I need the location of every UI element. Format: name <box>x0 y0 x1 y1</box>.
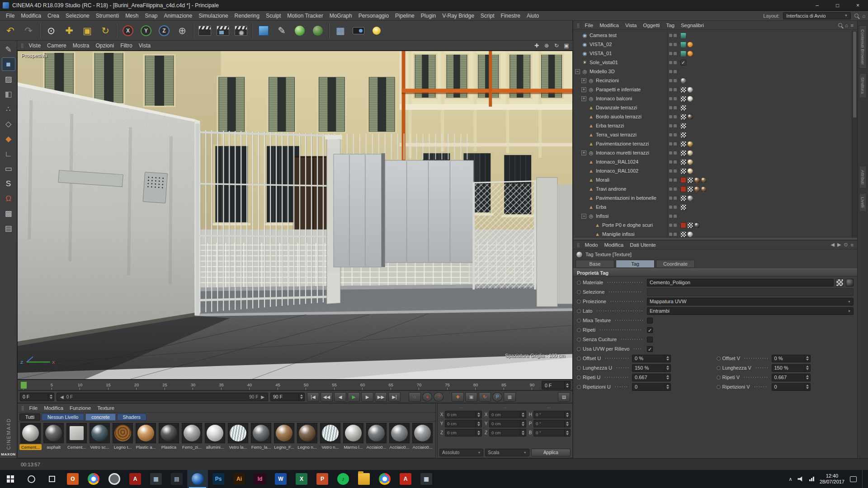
menu-rendering[interactable]: Rendering <box>231 12 263 20</box>
mograph-icon[interactable] <box>309 22 326 39</box>
visibility-dots[interactable] <box>669 133 677 136</box>
coord-z-field[interactable]: 0 cm <box>445 429 482 436</box>
record-pla-button[interactable]: ▦ <box>504 392 516 402</box>
object-row-davanzale-terrazzi[interactable]: ▲Davanzale terrazzi <box>573 103 852 112</box>
workplane-lock-icon[interactable]: ∟ <box>2 147 15 160</box>
next-frame-button[interactable]: ▶ <box>361 392 373 402</box>
material-ferro-la[interactable]: Ferro_la... <box>250 423 272 450</box>
mm-menu-modifica[interactable]: Modifica <box>41 405 66 411</box>
subdivision-surface-icon[interactable] <box>291 22 308 39</box>
frame-start-stepper[interactable] <box>48 393 54 401</box>
keyframe-help-button[interactable]: ? <box>434 392 443 402</box>
toggle-views-icon[interactable]: ▣ <box>562 42 571 50</box>
menu-modifica[interactable]: Modifica <box>18 12 44 20</box>
expand-icon[interactable]: + <box>581 96 586 101</box>
visibility-dots[interactable] <box>669 34 677 37</box>
selezione-field[interactable] <box>647 288 854 296</box>
object-row-porte-p0-e-doghe-scuri[interactable]: ▲Porte P0 e doghe scuri <box>573 221 852 230</box>
anim-dot-icon[interactable] <box>577 300 581 304</box>
offset-v-field[interactable]: 0 % <box>772 355 811 362</box>
object-row-vista-01[interactable]: ◉VISTA_01 <box>573 49 852 58</box>
object-row-modello-3d[interactable]: −◎Modello 3D <box>573 67 852 76</box>
checker-tag-icon[interactable] <box>680 159 686 165</box>
om-menu-file[interactable]: File <box>582 22 597 28</box>
snap-toggle-icon[interactable]: S <box>2 177 15 190</box>
tab-coordinate[interactable]: Coordinate <box>656 260 695 268</box>
rotate-tool-icon[interactable]: ↻ <box>97 22 114 39</box>
menu-sculpt[interactable]: Sculpt <box>263 12 284 20</box>
taskbar-explorer-icon[interactable] <box>354 470 374 488</box>
coordinate-system-icon[interactable]: ⊕ <box>174 22 191 39</box>
visibility-dots[interactable] <box>669 233 677 236</box>
om-menu-modifica[interactable]: Modifica <box>596 22 622 28</box>
visibility-dots[interactable] <box>669 224 677 227</box>
taskbar-calculator-icon[interactable]: ▦ <box>416 470 437 488</box>
current-frame-field[interactable]: 0 F <box>542 381 571 389</box>
coord-x-field[interactable]: 0 cm <box>445 411 482 418</box>
display-tag-icon[interactable] <box>680 33 686 38</box>
anim-dot-icon[interactable] <box>577 290 581 294</box>
search-icon[interactable] <box>838 23 842 27</box>
live-selection-icon[interactable]: ⊙ <box>42 22 60 39</box>
mixa-texture-checkbox[interactable] <box>647 318 653 324</box>
expand-icon[interactable]: + <box>581 87 586 92</box>
visibility-dots[interactable] <box>669 43 677 46</box>
om-menu-tag[interactable]: Tag <box>663 22 678 28</box>
object-row-parapetti-e-inferriate[interactable]: +◎Parapetti e inferriate <box>573 85 852 94</box>
sphere-tag-icon[interactable] <box>694 222 700 228</box>
close-button[interactable]: × <box>848 0 868 10</box>
am-menu-modo[interactable]: Modo <box>582 242 601 248</box>
menu-aiuto[interactable]: Aiuto <box>524 12 542 20</box>
render-picture-viewer-icon[interactable] <box>214 22 231 39</box>
scrub-right-arrow-icon[interactable]: ▶ <box>261 394 264 399</box>
taskbar-acrobat-icon[interactable]: A <box>125 470 146 488</box>
sphere-tag-icon[interactable] <box>694 177 700 183</box>
taskbar-photoshop-icon[interactable]: Ps <box>208 470 229 488</box>
viewport-menu-viste[interactable]: Viste <box>26 42 44 50</box>
menu-file[interactable]: File <box>3 12 18 20</box>
anim-dot-icon[interactable] <box>717 375 721 380</box>
record-parameter-button[interactable]: P <box>492 392 502 402</box>
object-row-infissi[interactable]: −◎Infissi <box>573 211 852 221</box>
sphere-tag-icon[interactable] <box>687 114 693 120</box>
menu-burger-icon[interactable]: ≡ <box>851 23 854 28</box>
object-row-bordo-aiuola-terrazzi[interactable]: ▲Bordo aiuola terrazzi <box>573 112 852 121</box>
texture-mode-icon[interactable]: ▨ <box>2 72 15 86</box>
usa-uvw-per-rilievo-checkbox[interactable]: ✓ <box>647 346 653 352</box>
material-acciaio0[interactable]: Acciaio0... <box>411 423 434 450</box>
am-menu-modifica[interactable]: Modifica <box>601 242 627 248</box>
viewport-menu-vista[interactable]: Vista <box>136 42 154 50</box>
menu-animazione[interactable]: Animazione <box>161 12 196 20</box>
tab-tag[interactable]: Tag <box>616 260 655 268</box>
sphere-tag-icon[interactable] <box>687 87 693 93</box>
object-row-pavimentazioni-in-betonelle[interactable]: ▲Pavimentazioni in betonelle <box>573 193 852 202</box>
timeline-ruler[interactable]: 051015202530354045505560657075808590 0 F <box>17 380 573 390</box>
search-icon[interactable] <box>854 14 859 18</box>
visibility-dots[interactable] <box>669 124 677 127</box>
dot-tag-icon[interactable] <box>687 51 693 56</box>
checker-tag-icon[interactable] <box>687 177 693 183</box>
material-vetro-la[interactable]: Vetro la... <box>227 423 249 450</box>
filter-tutti[interactable]: Tutti <box>19 413 40 421</box>
expand-icon[interactable]: + <box>581 150 586 155</box>
anim-dot-icon[interactable] <box>577 328 581 332</box>
lock-icon[interactable]: ⊙ <box>844 242 848 248</box>
anim-dot-icon[interactable] <box>577 375 581 380</box>
cortana-button[interactable] <box>21 470 42 488</box>
sphere-tag-icon[interactable] <box>694 186 700 192</box>
material-acciaio0[interactable]: Acciaio0... <box>365 423 387 450</box>
checker-tag-icon[interactable] <box>680 231 686 237</box>
sphere-tag-icon[interactable] <box>687 96 693 102</box>
taskbar-chrome-icon[interactable] <box>83 470 104 488</box>
lunghezza-u-field[interactable]: 150 % <box>632 364 671 372</box>
play-button[interactable]: ▶ <box>348 392 360 402</box>
anim-dot-icon[interactable] <box>717 385 721 389</box>
material-ferro-zi[interactable]: Ferro_zi... <box>181 423 203 450</box>
visibility-dots[interactable] <box>669 215 677 218</box>
viewport-menu-mostra[interactable]: Mostra <box>70 42 93 50</box>
object-row-travi-androne[interactable]: ▲Travi androne <box>573 184 852 193</box>
coord-y-field[interactable]: 0 cm <box>489 420 526 427</box>
taskbar-indesign-icon[interactable]: Id <box>250 470 270 488</box>
lato-dropdown[interactable]: Entrambi▼ <box>647 307 854 315</box>
checker-tag-icon[interactable] <box>680 141 686 147</box>
